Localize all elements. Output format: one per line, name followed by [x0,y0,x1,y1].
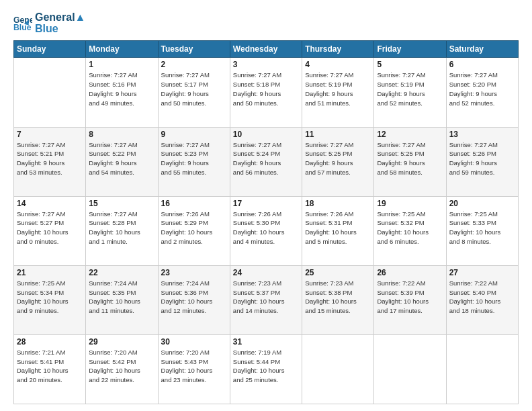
day-number: 28 [17,337,83,347]
calendar-week-3: 14Sunrise: 7:27 AMSunset: 5:27 PMDayligh… [14,196,519,265]
calendar-cell: 19Sunrise: 7:25 AMSunset: 5:32 PMDayligh… [374,196,446,265]
day-number: 10 [233,130,299,139]
day-number: 12 [377,130,443,139]
day-number: 19 [377,199,443,208]
day-header-tuesday: Tuesday [158,41,230,58]
day-info: Sunrise: 7:24 AMSunset: 5:35 PMDaylight:… [89,279,154,316]
day-number: 9 [161,130,227,139]
logo: General Blue General▲ Blue [13,11,85,35]
calendar-week-2: 7Sunrise: 7:27 AMSunset: 5:21 PMDaylight… [14,127,519,196]
calendar-cell: 27Sunrise: 7:22 AMSunset: 5:40 PMDayligh… [446,265,518,334]
calendar-cell [374,334,446,404]
day-number: 2 [161,60,227,69]
header: General Blue General▲ Blue [13,11,519,35]
calendar-cell: 30Sunrise: 7:20 AMSunset: 5:43 PMDayligh… [158,334,230,404]
day-info: Sunrise: 7:22 AMSunset: 5:40 PMDaylight:… [449,279,515,316]
day-number: 17 [233,199,299,208]
day-info: Sunrise: 7:27 AMSunset: 5:25 PMDaylight:… [377,140,443,177]
calendar-cell: 20Sunrise: 7:25 AMSunset: 5:33 PMDayligh… [446,196,518,265]
day-number: 27 [449,268,515,277]
day-info: Sunrise: 7:25 AMSunset: 5:33 PMDaylight:… [449,210,515,246]
day-info: Sunrise: 7:27 AMSunset: 5:17 PMDaylight:… [161,71,227,107]
day-info: Sunrise: 7:27 AMSunset: 5:22 PMDaylight:… [89,140,154,177]
day-info: Sunrise: 7:25 AMSunset: 5:34 PMDaylight:… [17,279,83,316]
calendar-cell: 16Sunrise: 7:26 AMSunset: 5:29 PMDayligh… [158,196,230,265]
day-number: 13 [449,130,515,139]
day-number: 5 [377,60,443,69]
day-info: Sunrise: 7:27 AMSunset: 5:19 PMDaylight:… [305,71,371,107]
calendar-cell: 24Sunrise: 7:23 AMSunset: 5:37 PMDayligh… [230,265,302,334]
day-number: 23 [161,268,227,277]
day-number: 1 [89,60,154,69]
day-number: 14 [17,199,83,208]
calendar-cell: 4Sunrise: 7:27 AMSunset: 5:19 PMDaylight… [302,58,374,127]
day-number: 22 [89,268,154,277]
day-number: 20 [449,199,515,208]
calendar-cell: 10Sunrise: 7:27 AMSunset: 5:24 PMDayligh… [230,127,302,196]
day-number: 7 [17,130,83,139]
calendar-cell: 21Sunrise: 7:25 AMSunset: 5:34 PMDayligh… [14,265,86,334]
day-header-monday: Monday [86,41,158,58]
day-info: Sunrise: 7:27 AMSunset: 5:23 PMDaylight:… [161,140,227,177]
day-number: 8 [89,130,154,139]
day-info: Sunrise: 7:23 AMSunset: 5:37 PMDaylight:… [233,279,299,316]
day-info: Sunrise: 7:26 AMSunset: 5:31 PMDaylight:… [305,210,371,246]
calendar-week-1: 1Sunrise: 7:27 AMSunset: 5:16 PMDaylight… [14,58,519,127]
day-number: 31 [233,337,299,347]
day-number: 26 [377,268,443,277]
day-number: 11 [305,130,371,139]
day-info: Sunrise: 7:26 AMSunset: 5:30 PMDaylight:… [233,210,299,246]
calendar-cell: 2Sunrise: 7:27 AMSunset: 5:17 PMDaylight… [158,58,230,127]
calendar-cell: 31Sunrise: 7:19 AMSunset: 5:44 PMDayligh… [230,334,302,404]
day-number: 21 [17,268,83,277]
day-info: Sunrise: 7:21 AMSunset: 5:41 PMDaylight:… [17,348,83,385]
calendar-header-row: SundayMondayTuesdayWednesdayThursdayFrid… [14,41,519,58]
day-info: Sunrise: 7:22 AMSunset: 5:39 PMDaylight:… [377,279,443,316]
calendar-cell: 8Sunrise: 7:27 AMSunset: 5:22 PMDaylight… [86,127,158,196]
day-info: Sunrise: 7:19 AMSunset: 5:44 PMDaylight:… [233,348,299,385]
calendar-cell: 23Sunrise: 7:24 AMSunset: 5:36 PMDayligh… [158,265,230,334]
day-number: 6 [449,60,515,69]
day-header-thursday: Thursday [302,41,374,58]
day-info: Sunrise: 7:23 AMSunset: 5:38 PMDaylight:… [305,279,371,316]
day-info: Sunrise: 7:26 AMSunset: 5:29 PMDaylight:… [161,210,227,246]
day-info: Sunrise: 7:27 AMSunset: 5:21 PMDaylight:… [17,140,83,177]
calendar-week-4: 21Sunrise: 7:25 AMSunset: 5:34 PMDayligh… [14,265,519,334]
day-header-friday: Friday [374,41,446,58]
day-info: Sunrise: 7:20 AMSunset: 5:43 PMDaylight:… [161,348,227,385]
calendar-cell: 22Sunrise: 7:24 AMSunset: 5:35 PMDayligh… [86,265,158,334]
calendar-cell: 25Sunrise: 7:23 AMSunset: 5:38 PMDayligh… [302,265,374,334]
calendar-cell: 28Sunrise: 7:21 AMSunset: 5:41 PMDayligh… [14,334,86,404]
calendar-cell: 12Sunrise: 7:27 AMSunset: 5:25 PMDayligh… [374,127,446,196]
day-info: Sunrise: 7:27 AMSunset: 5:18 PMDaylight:… [233,71,299,107]
logo-blue: Blue [35,22,85,35]
day-info: Sunrise: 7:27 AMSunset: 5:16 PMDaylight:… [89,71,154,107]
calendar-cell: 1Sunrise: 7:27 AMSunset: 5:16 PMDaylight… [86,58,158,127]
calendar-cell: 14Sunrise: 7:27 AMSunset: 5:27 PMDayligh… [14,196,86,265]
svg-text:Blue: Blue [13,23,32,32]
day-info: Sunrise: 7:25 AMSunset: 5:32 PMDaylight:… [377,210,443,246]
logo-icon: General Blue [13,13,32,32]
day-info: Sunrise: 7:27 AMSunset: 5:19 PMDaylight:… [377,71,443,107]
calendar-week-5: 28Sunrise: 7:21 AMSunset: 5:41 PMDayligh… [14,334,519,404]
calendar-table: SundayMondayTuesdayWednesdayThursdayFrid… [13,40,519,404]
day-info: Sunrise: 7:20 AMSunset: 5:42 PMDaylight:… [89,348,154,385]
calendar-cell: 9Sunrise: 7:27 AMSunset: 5:23 PMDaylight… [158,127,230,196]
calendar-cell: 7Sunrise: 7:27 AMSunset: 5:21 PMDaylight… [14,127,86,196]
calendar-cell: 5Sunrise: 7:27 AMSunset: 5:19 PMDaylight… [374,58,446,127]
day-info: Sunrise: 7:27 AMSunset: 5:27 PMDaylight:… [17,210,83,246]
day-info: Sunrise: 7:27 AMSunset: 5:26 PMDaylight:… [449,140,515,177]
day-number: 4 [305,60,371,69]
day-info: Sunrise: 7:27 AMSunset: 5:20 PMDaylight:… [449,71,515,107]
day-header-wednesday: Wednesday [230,41,302,58]
day-number: 15 [89,199,154,208]
calendar-cell [446,334,518,404]
calendar-cell: 11Sunrise: 7:27 AMSunset: 5:25 PMDayligh… [302,127,374,196]
calendar-cell: 3Sunrise: 7:27 AMSunset: 5:18 PMDaylight… [230,58,302,127]
day-number: 24 [233,268,299,277]
day-number: 29 [89,337,154,347]
day-header-saturday: Saturday [446,41,518,58]
calendar-cell: 6Sunrise: 7:27 AMSunset: 5:20 PMDaylight… [446,58,518,127]
day-number: 16 [161,199,227,208]
day-info: Sunrise: 7:24 AMSunset: 5:36 PMDaylight:… [161,279,227,316]
